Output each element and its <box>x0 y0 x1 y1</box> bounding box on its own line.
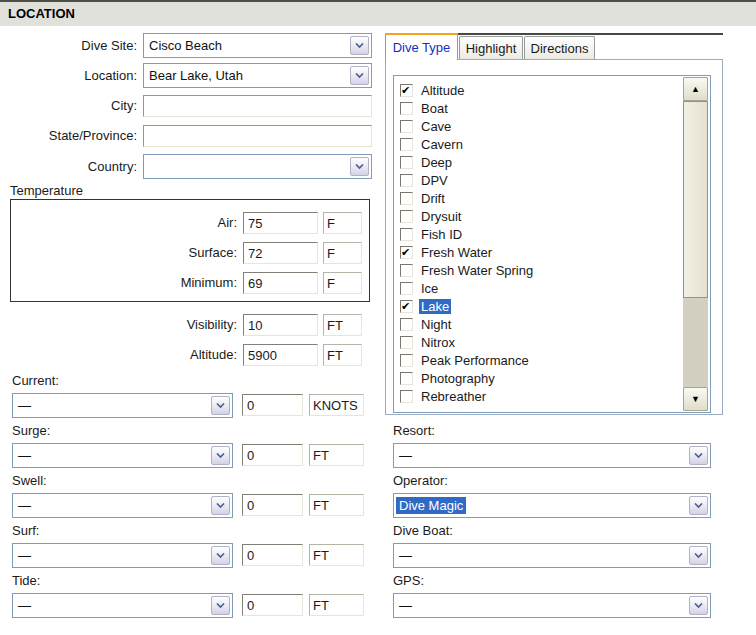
list-item-boat[interactable]: ✔Boat <box>400 99 535 117</box>
list-item-rebreather[interactable]: ✔Rebreather <box>400 387 535 405</box>
list-item-fresh-water[interactable]: ✔Fresh Water <box>400 243 535 261</box>
section-header: LOCATION <box>0 0 756 26</box>
list-item-dpv[interactable]: ✔DPV <box>400 171 535 189</box>
state-province-field[interactable] <box>143 125 372 147</box>
checkbox[interactable]: ✔ <box>400 318 413 331</box>
dive-boat-dropdown-button[interactable] <box>689 546 708 565</box>
checkbox[interactable]: ✔ <box>400 174 413 187</box>
tab-highlight[interactable]: Highlight <box>459 36 523 59</box>
checkbox[interactable]: ✔ <box>400 138 413 151</box>
tide-unit: FT <box>309 594 364 616</box>
scrollbar[interactable]: ▲ ▼ <box>683 77 708 411</box>
dive-site-combobox[interactable]: Cisco Beach <box>143 33 372 58</box>
list-item-peak-performance[interactable]: ✔Peak Performance <box>400 351 535 369</box>
dive-boat-value: — <box>399 548 412 563</box>
surface-label: Surface: <box>0 245 237 260</box>
tab-dive-type[interactable]: Dive Type <box>385 35 458 60</box>
list-item-lake[interactable]: ✔Lake <box>400 297 535 315</box>
swell-dropdown-button[interactable] <box>211 496 230 515</box>
location-dropdown-button[interactable] <box>350 66 369 85</box>
checkbox[interactable]: ✔ <box>400 282 413 295</box>
checkbox[interactable]: ✔ <box>400 264 413 277</box>
surface-temp-value: 72 <box>248 246 262 261</box>
checkbox[interactable]: ✔ <box>400 102 413 115</box>
gps-combobox[interactable]: — <box>393 593 711 618</box>
scrollbar-thumb[interactable] <box>683 101 708 298</box>
tide-dropdown-button[interactable] <box>211 596 230 615</box>
checkbox[interactable]: ✔ <box>400 228 413 241</box>
surf-combobox[interactable]: — <box>12 543 233 568</box>
visibility-field[interactable]: 10 <box>243 314 318 336</box>
city-label: City: <box>0 98 137 113</box>
checkbox[interactable]: ✔ <box>400 156 413 169</box>
list-item-drift[interactable]: ✔Drift <box>400 189 535 207</box>
dive-type-label: Night <box>419 317 453 332</box>
checkbox[interactable]: ✔ <box>400 120 413 133</box>
checkbox[interactable]: ✔ <box>400 84 413 97</box>
dive-type-label: Photography <box>419 371 497 386</box>
air-temp-value: 75 <box>248 216 262 231</box>
tab-dive-type-label: Dive Type <box>393 40 451 55</box>
chevron-down-icon <box>216 453 225 459</box>
altitude-unit: FT <box>323 344 362 366</box>
surge-combobox[interactable]: — <box>12 443 233 468</box>
gps-dropdown-button[interactable] <box>689 596 708 615</box>
air-temp-field[interactable]: 75 <box>243 212 318 234</box>
tide-combobox[interactable]: — <box>12 593 233 618</box>
current-dropdown-button[interactable] <box>211 396 230 415</box>
current-combobox[interactable]: — <box>12 393 233 418</box>
check-icon: ✔ <box>401 83 410 97</box>
surge-dropdown-button[interactable] <box>211 446 230 465</box>
checkbox[interactable]: ✔ <box>400 390 413 403</box>
list-item-ice[interactable]: ✔Ice <box>400 279 535 297</box>
surf-unit-value: FT <box>313 548 329 563</box>
surface-temp-field[interactable]: 72 <box>243 242 318 264</box>
scroll-up-button[interactable]: ▲ <box>683 77 708 101</box>
operator-dropdown-button[interactable] <box>689 496 708 515</box>
visibility-unit: FT <box>323 314 362 336</box>
dive-type-listbox[interactable]: ✔Altitude ✔Boat ✔Cave ✔Cavern ✔Deep ✔DPV… <box>393 75 711 413</box>
checkbox[interactable]: ✔ <box>400 246 413 259</box>
list-item-deep[interactable]: ✔Deep <box>400 153 535 171</box>
checkbox[interactable]: ✔ <box>400 336 413 349</box>
tide-height-field[interactable]: 0 <box>242 594 303 616</box>
list-item-cave[interactable]: ✔Cave <box>400 117 535 135</box>
dive-boat-combobox[interactable]: — <box>393 543 711 568</box>
surf-dropdown-button[interactable] <box>211 546 230 565</box>
list-item-cavern[interactable]: ✔Cavern <box>400 135 535 153</box>
country-dropdown-button[interactable] <box>350 157 369 176</box>
checkbox[interactable]: ✔ <box>400 300 413 313</box>
current-speed-field[interactable]: 0 <box>242 394 303 416</box>
dive-site-dropdown-button[interactable] <box>350 36 369 55</box>
list-item-night[interactable]: ✔Night <box>400 315 535 333</box>
city-field[interactable] <box>143 95 372 117</box>
resort-combobox[interactable]: — <box>393 443 711 468</box>
checkbox[interactable]: ✔ <box>400 192 413 205</box>
checkbox[interactable]: ✔ <box>400 354 413 367</box>
list-item-altitude[interactable]: ✔Altitude <box>400 81 535 99</box>
operator-combobox[interactable]: Dive Magic <box>393 493 711 518</box>
list-item-fresh-water-spring[interactable]: ✔Fresh Water Spring <box>400 261 535 279</box>
checkbox[interactable]: ✔ <box>400 372 413 385</box>
resort-value: — <box>399 448 412 463</box>
checkbox[interactable]: ✔ <box>400 210 413 223</box>
list-item-nitrox[interactable]: ✔Nitrox <box>400 333 535 351</box>
minimum-temp-field[interactable]: 69 <box>243 272 318 294</box>
surf-height-field[interactable]: 0 <box>242 544 303 566</box>
country-label: Country: <box>0 159 137 174</box>
altitude-field[interactable]: 5900 <box>243 344 318 366</box>
scroll-down-button[interactable]: ▼ <box>683 387 708 411</box>
country-combobox[interactable] <box>143 154 372 179</box>
surge-height-field[interactable]: 0 <box>242 444 303 466</box>
gps-value: — <box>399 598 412 613</box>
visibility-value: 10 <box>248 318 262 333</box>
resort-dropdown-button[interactable] <box>689 446 708 465</box>
list-item-drysuit[interactable]: ✔Drysuit <box>400 207 535 225</box>
list-item-photography[interactable]: ✔Photography <box>400 369 535 387</box>
swell-combobox[interactable]: — <box>12 493 233 518</box>
location-combobox[interactable]: Bear Lake, Utah <box>143 63 372 88</box>
list-item-fish-id[interactable]: ✔Fish ID <box>400 225 535 243</box>
swell-height-field[interactable]: 0 <box>242 494 303 516</box>
tab-directions[interactable]: Directions <box>524 36 595 59</box>
swell-value: — <box>18 498 31 513</box>
